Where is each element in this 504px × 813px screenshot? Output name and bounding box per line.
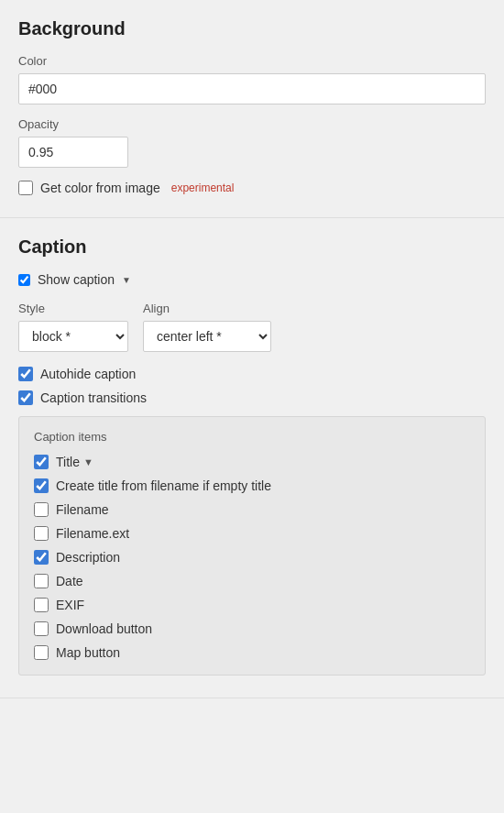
download-button-checkbox[interactable]: [34, 621, 49, 636]
title-label: Title ▼: [56, 455, 93, 469]
create-title-label: Create title from filename if empty titl…: [56, 478, 271, 493]
date-checkbox[interactable]: [34, 574, 49, 588]
list-item: Filename: [34, 502, 470, 517]
caption-section: Caption Show caption ▼ Style block * ove…: [0, 218, 504, 698]
color-label: Color: [18, 54, 486, 68]
caption-items-title: Caption items: [34, 430, 470, 444]
opacity-label: Opacity: [18, 117, 486, 131]
autohide-row: Autohide caption: [18, 367, 486, 381]
style-align-row: Style block * overlay none Align center …: [18, 302, 486, 352]
list-item: Date: [34, 574, 470, 588]
map-button-label: Map button: [56, 645, 120, 660]
list-item: Create title from filename if empty titl…: [34, 478, 470, 493]
map-button-checkbox[interactable]: [34, 645, 49, 660]
caption-title: Caption: [18, 236, 486, 258]
exif-checkbox[interactable]: [34, 598, 49, 612]
show-caption-arrow-icon[interactable]: ▼: [122, 275, 131, 285]
create-title-checkbox[interactable]: [34, 478, 49, 493]
transitions-checkbox[interactable]: [18, 390, 33, 405]
list-item: Title ▼: [34, 455, 470, 469]
filename-ext-label: Filename.ext: [56, 526, 129, 541]
download-button-label: Download button: [56, 621, 152, 636]
background-section: Background Color Opacity Get color from …: [0, 0, 504, 218]
transitions-row: Caption transitions: [18, 390, 486, 405]
description-checkbox[interactable]: [34, 550, 49, 565]
style-select[interactable]: block * overlay none: [18, 321, 128, 352]
background-title: Background: [18, 18, 486, 39]
get-color-row: Get color from image experimental: [18, 181, 486, 195]
show-caption-row: Show caption ▼: [18, 272, 486, 287]
list-item: Download button: [34, 621, 470, 636]
align-select[interactable]: center left * center center right top le…: [143, 321, 271, 352]
exif-label: EXIF: [56, 598, 84, 612]
list-item: Filename.ext: [34, 526, 470, 541]
caption-items-box: Caption items Title ▼ Create title from …: [18, 416, 486, 676]
show-caption-checkbox[interactable]: [18, 274, 30, 286]
get-color-checkbox[interactable]: [18, 181, 33, 195]
color-input[interactable]: [18, 73, 486, 104]
description-label: Description: [56, 550, 120, 565]
filename-label: Filename: [56, 502, 109, 517]
color-field-group: Color: [18, 54, 486, 104]
opacity-field-group: Opacity: [18, 117, 486, 168]
get-color-label: Get color from image: [40, 181, 160, 195]
style-group: Style block * overlay none: [18, 302, 128, 352]
style-label: Style: [18, 302, 128, 315]
show-caption-label: Show caption: [38, 272, 115, 287]
filename-checkbox[interactable]: [34, 502, 49, 517]
align-label: Align: [143, 302, 271, 315]
title-dropdown-arrow-icon[interactable]: ▼: [83, 456, 93, 467]
autohide-label: Autohide caption: [40, 367, 136, 381]
date-label: Date: [56, 574, 83, 588]
transitions-label: Caption transitions: [40, 390, 147, 405]
opacity-input[interactable]: [18, 137, 128, 168]
list-item: Description: [34, 550, 470, 565]
experimental-badge: experimental: [171, 181, 235, 194]
list-item: Map button: [34, 645, 470, 660]
autohide-checkbox[interactable]: [18, 367, 33, 381]
list-item: EXIF: [34, 598, 470, 612]
align-group: Align center left * center center right …: [143, 302, 271, 352]
filename-ext-checkbox[interactable]: [34, 526, 49, 541]
title-checkbox[interactable]: [34, 455, 49, 469]
